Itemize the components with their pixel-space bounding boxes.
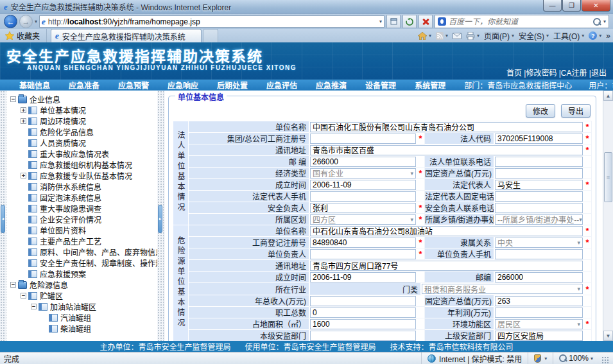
field-select[interactable]: 四方区▾ <box>310 214 416 225</box>
scroll-up-icon[interactable]: ▲ <box>603 91 613 101</box>
field-input[interactable] <box>495 191 583 202</box>
menu-item[interactable]: 系统管理 <box>415 80 445 91</box>
tree-item[interactable]: 单位图片资料 <box>6 225 157 236</box>
command-bar-more[interactable]: » <box>606 31 610 40</box>
zoom-control[interactable]: 100% ▾ <box>553 352 599 364</box>
export-button[interactable]: 导出 <box>561 104 591 117</box>
left-splitter[interactable]: ◂ <box>0 91 6 341</box>
tree-item[interactable]: −危险源信息 <box>6 279 157 290</box>
dropdown-arrow-icon[interactable]: ▾ <box>577 321 580 327</box>
address-input[interactable]: e http://localhost:90/yjzh/frame/homepag… <box>39 15 384 28</box>
compatibility-view-button[interactable] <box>386 15 401 28</box>
tree-item[interactable]: 固定泡沫系统信息 <box>6 192 157 203</box>
field-input[interactable] <box>495 308 583 318</box>
tree-item[interactable]: 安全生产责任制、规章制度、操作规程信息 <box>6 257 157 268</box>
print-button[interactable]: ▾ <box>466 32 479 40</box>
menu-item[interactable]: 应急预警 <box>118 80 149 91</box>
tree-item[interactable]: 人员资质情况 <box>6 137 157 148</box>
tree-item[interactable]: 主要产品生产工艺 <box>6 236 157 247</box>
tools-menu[interactable]: 工具(O)▾ <box>553 30 584 41</box>
menu-item[interactable]: 后期处置 <box>217 80 248 91</box>
refresh-button[interactable] <box>402 15 417 28</box>
field-input[interactable] <box>310 261 583 271</box>
menu-item[interactable]: 应急响应 <box>168 80 198 91</box>
field-input[interactable] <box>310 296 416 306</box>
field-input[interactable] <box>310 122 583 132</box>
tree-item[interactable]: 原料、中间产物、产品、废弃物信息 <box>6 247 157 257</box>
field-input[interactable] <box>310 203 416 213</box>
tree-expander-plus-icon[interactable]: + <box>21 107 26 113</box>
field-select[interactable]: --所属乡镇/街道办事处--▾ <box>495 214 583 225</box>
header-link[interactable]: 首页 <box>506 69 522 78</box>
tree-item[interactable]: 汽油罐组 <box>6 312 157 323</box>
scroll-down-icon[interactable]: ▼ <box>603 331 613 341</box>
field-input[interactable] <box>310 319 416 329</box>
field-input[interactable] <box>310 134 416 144</box>
tree-item[interactable]: 消防供水系统信息 <box>6 181 157 192</box>
field-select[interactable]: 居民区▾ <box>495 319 583 329</box>
field-input[interactable] <box>495 203 583 213</box>
header-link[interactable]: CA注册 <box>561 69 587 78</box>
menu-item[interactable]: 基础信息 <box>19 80 50 91</box>
dropdown-arrow-icon[interactable]: ▾ <box>577 239 580 246</box>
field-input[interactable] <box>310 249 416 259</box>
safety-menu[interactable]: 安全(S)▾ <box>519 30 549 41</box>
header-link[interactable]: 退出 <box>591 69 607 78</box>
tree-expander-minus-icon[interactable]: − <box>31 304 37 309</box>
tree-expander-minus-icon[interactable]: − <box>10 282 16 288</box>
back-button[interactable]: ← <box>4 15 17 28</box>
field-input[interactable] <box>310 180 416 190</box>
favorites-button[interactable]: 收藏夹 <box>3 29 47 42</box>
tree-item[interactable]: −企业信息 <box>6 94 157 105</box>
protection-button[interactable]: ▾ <box>528 352 553 364</box>
restore-button[interactable]: ❐ <box>562 0 581 12</box>
tree-item[interactable]: +单位基本情况 <box>6 105 157 116</box>
search-dropdown-icon[interactable]: ▾ <box>603 19 606 24</box>
page-menu[interactable]: 页面(P)▾ <box>484 30 514 41</box>
tree-item[interactable]: 危险化学品信息 <box>6 126 157 137</box>
tree-expander-minus-icon[interactable]: − <box>10 96 16 102</box>
tree-item[interactable]: +应急救援专业队伍基本情况 <box>6 170 157 181</box>
search-input[interactable] <box>449 17 591 26</box>
menu-item[interactable]: 应急评估 <box>266 80 297 91</box>
field-input[interactable] <box>310 145 583 155</box>
menu-item[interactable]: 应急推演 <box>316 80 347 91</box>
close-button[interactable]: ✕ <box>582 0 610 12</box>
vertical-scrollbar[interactable]: ▲ ≡ ▼ <box>603 91 613 341</box>
field-input[interactable] <box>310 331 416 341</box>
active-tab[interactable]: e 安全生产应急救援指挥辅助决策系统 <box>51 29 202 42</box>
splitter-collapse-icon[interactable]: ◂ <box>1 205 5 233</box>
dropdown-arrow-icon[interactable]: ▾ <box>579 216 582 223</box>
search-icon[interactable] <box>593 18 601 26</box>
field-input[interactable] <box>310 238 416 248</box>
stop-button[interactable] <box>419 15 433 28</box>
forward-button[interactable]: → <box>19 15 33 28</box>
splitter-expand-icon[interactable]: ▸ <box>158 205 162 233</box>
field-input[interactable] <box>495 157 583 167</box>
field-input[interactable] <box>310 191 416 202</box>
search-box[interactable]: ▾ <box>435 15 609 28</box>
field-input[interactable] <box>495 249 583 259</box>
tree-item[interactable]: 重大事故隐患调查 <box>6 203 157 214</box>
tree-item[interactable]: 柴油罐组 <box>6 323 157 334</box>
minimize-button[interactable]: — <box>543 0 562 12</box>
field-select[interactable]: 租赁和商务服务业▾ <box>422 284 583 294</box>
tree-item[interactable]: −加油站油罐区 <box>6 301 157 312</box>
read-mail-button[interactable] <box>453 33 462 39</box>
field-input[interactable] <box>310 272 416 282</box>
tree-item[interactable]: 企业安全评价情况 <box>6 214 157 225</box>
home-button[interactable]: ▾ <box>418 32 431 40</box>
dropdown-arrow-icon[interactable]: ▾ <box>410 170 413 177</box>
field-select[interactable]: 中央▾ <box>495 238 583 248</box>
address-dropdown-icon[interactable]: ▾ <box>379 19 382 24</box>
dropdown-arrow-icon[interactable]: ▾ <box>410 216 413 223</box>
tree-item[interactable]: 重大事故应急情况表 <box>6 148 157 159</box>
header-link[interactable]: 修改密码 <box>526 69 557 78</box>
history-dropdown-icon[interactable]: ▾ <box>35 19 37 24</box>
tree-expander-plus-icon[interactable]: + <box>21 173 26 178</box>
tree-item[interactable]: 应急救援组织机构基本情况 <box>6 159 157 170</box>
feeds-button[interactable]: ▾ <box>436 32 448 40</box>
field-input[interactable] <box>495 168 583 178</box>
field-select[interactable]: 国有企业▾ <box>310 168 416 178</box>
tree-item[interactable]: +周边环境情况 <box>6 116 157 126</box>
